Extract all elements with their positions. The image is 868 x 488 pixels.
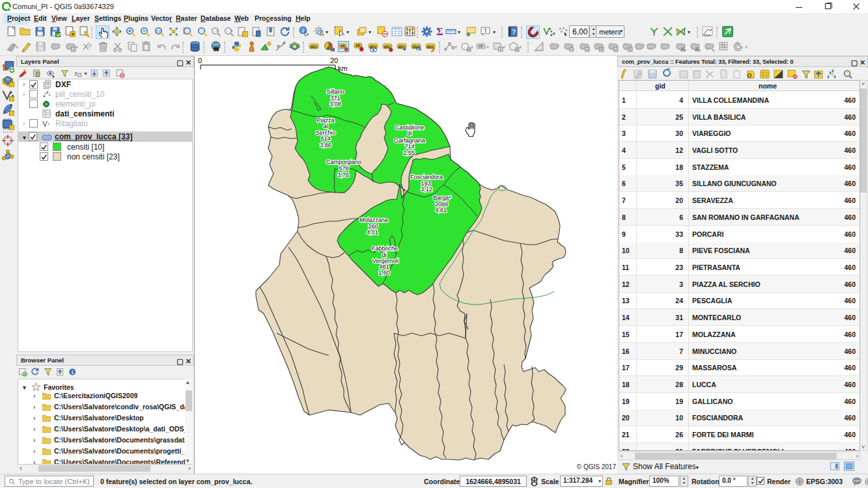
svg-text:Fosciandora: Fosciandora: [410, 174, 443, 180]
svg-text:4,01: 4,01: [367, 229, 378, 236]
svg-text:3,76: 3,76: [337, 172, 349, 178]
svg-text:3,12: 3,12: [421, 186, 432, 193]
svg-text:578: 578: [339, 165, 348, 172]
svg-text:0: 0: [198, 57, 202, 64]
svg-text:abc: abc: [412, 44, 419, 49]
svg-text:km: km: [338, 64, 348, 72]
svg-text:T: T: [484, 27, 488, 34]
svg-text:di: di: [407, 130, 412, 137]
svg-text:1: 1: [284, 41, 286, 44]
svg-text:ε: ε: [75, 70, 77, 77]
svg-text:© QGIS 2017: © QGIS 2017: [577, 463, 617, 470]
svg-text:profile: profile: [705, 34, 710, 37]
svg-text:abc: abc: [384, 44, 391, 49]
svg-text:ab: ab: [341, 44, 346, 48]
svg-text:★: ★: [70, 31, 75, 37]
svg-text:al: al: [323, 123, 328, 129]
svg-text:Barga*: Barga*: [433, 195, 451, 201]
svg-text:Molazzana: Molazzana: [359, 217, 388, 223]
svg-text:Σ: Σ: [436, 26, 443, 37]
svg-text:Fabbriche: Fabbriche: [372, 245, 398, 252]
svg-text:2,55: 2,55: [403, 150, 415, 156]
svg-text:4,81: 4,81: [435, 207, 447, 213]
svg-text:ab: ab: [356, 43, 361, 47]
svg-text:abc: abc: [310, 44, 317, 49]
svg-text:ab: ab: [479, 44, 484, 48]
svg-text:Sillano: Sillano: [326, 88, 344, 95]
svg-text:3,08: 3,08: [329, 101, 341, 107]
svg-text:3,86: 3,86: [320, 142, 331, 148]
svg-text:Camporgiano: Camporgiano: [326, 159, 361, 165]
svg-text:1:1: 1:1: [156, 29, 161, 33]
svg-text:714: 714: [404, 143, 414, 150]
svg-text:?: ?: [512, 28, 516, 36]
svg-text:1,60: 1,60: [378, 269, 390, 276]
svg-text:abc: abc: [427, 44, 434, 49]
svg-text:614: 614: [320, 135, 330, 142]
svg-text:20: 20: [330, 57, 338, 64]
